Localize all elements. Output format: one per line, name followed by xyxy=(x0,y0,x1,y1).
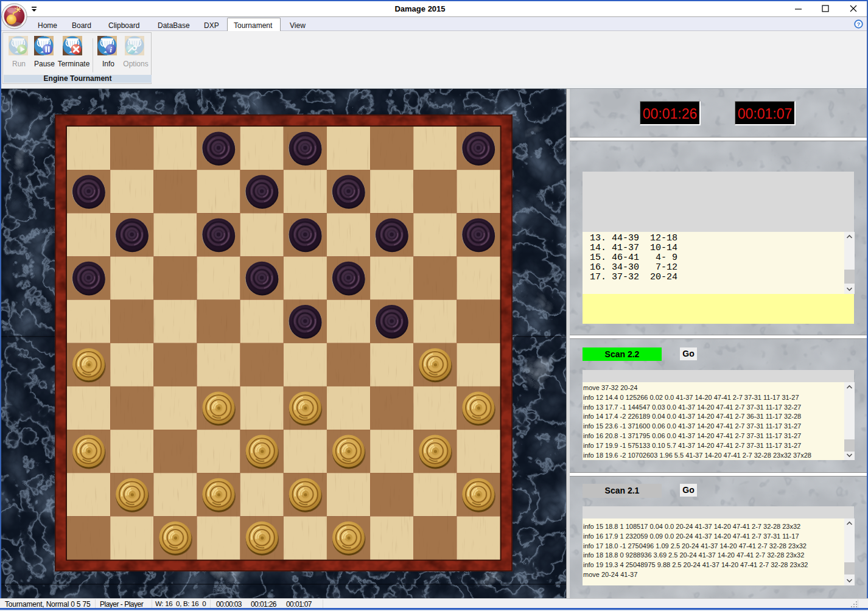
svg-text:?: ? xyxy=(857,21,861,27)
svg-text:i: i xyxy=(110,45,112,54)
